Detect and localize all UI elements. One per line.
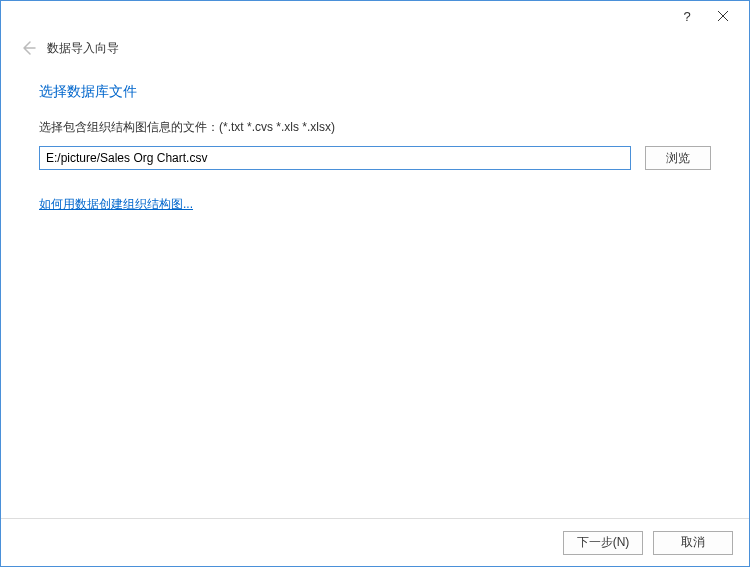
section-title: 选择数据库文件 <box>39 83 711 101</box>
arrow-left-icon <box>20 40 36 56</box>
close-button[interactable] <box>705 2 741 30</box>
cancel-button[interactable]: 取消 <box>653 531 733 555</box>
back-button[interactable] <box>19 39 37 57</box>
footer: 下一步(N) 取消 <box>1 518 749 566</box>
help-button[interactable]: ? <box>669 2 705 30</box>
header: 数据导入向导 <box>1 31 749 71</box>
browse-button[interactable]: 浏览 <box>645 146 711 170</box>
file-path-input[interactable] <box>39 146 631 170</box>
wizard-title: 数据导入向导 <box>47 40 119 57</box>
close-icon <box>718 11 728 21</box>
file-row: 浏览 <box>39 146 711 170</box>
instruction-text: 选择包含组织结构图信息的文件：(*.txt *.cvs *.xls *.xlsx… <box>39 119 711 136</box>
help-link[interactable]: 如何用数据创建组织结构图... <box>39 197 193 211</box>
wizard-dialog: ? 数据导入向导 选择数据库文件 选择包含组织结构图信息的文件：(*.txt *… <box>0 0 750 567</box>
content-area: 选择数据库文件 选择包含组织结构图信息的文件：(*.txt *.cvs *.xl… <box>1 71 749 518</box>
next-button[interactable]: 下一步(N) <box>563 531 643 555</box>
titlebar: ? <box>1 1 749 31</box>
